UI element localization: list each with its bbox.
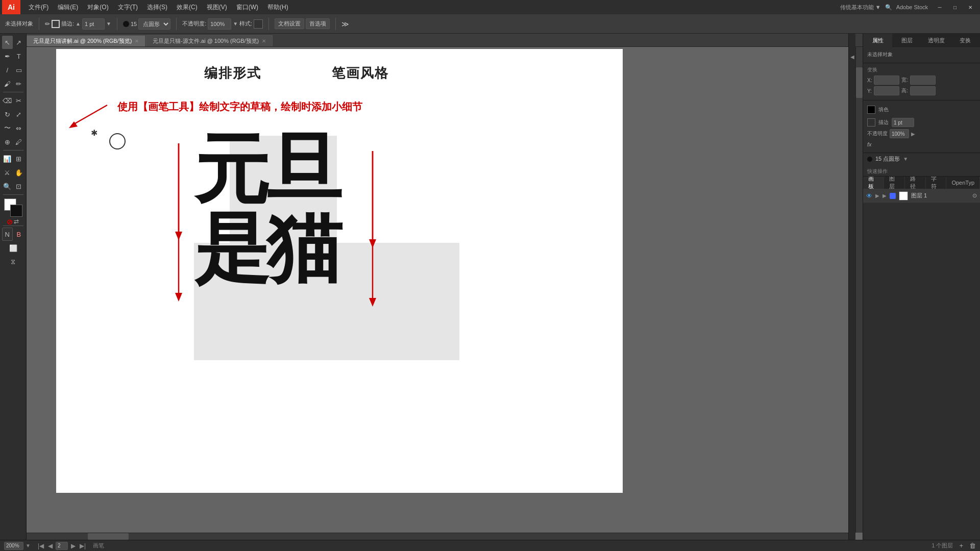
select-tool-button[interactable]: ↖ — [2, 36, 13, 49]
pen-tool-button[interactable]: ✒ — [2, 49, 13, 63]
rp-stroke-width-input[interactable] — [892, 118, 914, 127]
line-tool-button[interactable]: / — [2, 63, 13, 77]
layer-name-text[interactable]: 图层 1 — [911, 192, 969, 199]
horizontal-scrollbar[interactable] — [27, 533, 855, 540]
scale-tool-button[interactable]: ⤢ — [13, 108, 24, 121]
scissors-tool-button[interactable]: ✂ — [13, 94, 24, 107]
rp-h-input[interactable] — [910, 86, 936, 95]
stroke-width-input[interactable] — [82, 18, 105, 30]
mesh-tool-button[interactable]: ⊞ — [13, 152, 24, 165]
horizontal-scroll-thumb[interactable] — [88, 533, 129, 540]
layer-expand-icon[interactable]: ▶ — [875, 193, 879, 198]
menu-text[interactable]: 文字(T) — [114, 1, 142, 14]
br-tab-layers[interactable]: 图层 — [884, 177, 905, 189]
width-tool-button[interactable]: ⇔ — [13, 121, 24, 135]
layer-expand-icon2[interactable]: ▶ — [883, 193, 887, 198]
rp-tab-properties[interactable]: 属性 — [863, 34, 892, 48]
menu-view[interactable]: 视图(V) — [203, 1, 231, 14]
status-add-layer-icon[interactable]: + — [959, 542, 963, 549]
opacity-input[interactable] — [208, 18, 231, 30]
doc-tab-1-close[interactable]: ✕ — [135, 38, 139, 44]
nav-prev-button[interactable]: ◀ — [47, 542, 54, 549]
status-delete-layer-icon[interactable]: 🗑 — [969, 542, 976, 549]
text-tool-button[interactable]: T — [13, 49, 24, 63]
zoom-tool-button[interactable]: 🔍 — [2, 180, 13, 193]
hand-tool-button[interactable]: ✋ — [13, 166, 24, 179]
doc-settings-button[interactable]: 文档设置 — [275, 18, 304, 29]
vertical-scrollbar[interactable] — [855, 47, 863, 533]
crop-tool-button[interactable]: ⊡ — [13, 180, 24, 193]
stroke-color-box[interactable] — [867, 118, 875, 127]
pencil-tool-button[interactable]: ✏ — [13, 77, 24, 90]
status-nav-group: |◀ ◀ ▶ ▶| — [37, 542, 87, 550]
collapse-icon-1[interactable]: ◀ — [850, 54, 854, 60]
brush-dropdown-icon[interactable]: ▼ — [903, 156, 908, 162]
rp-tab-transparency[interactable]: 透明度 — [922, 34, 951, 48]
rp-w-input[interactable] — [910, 76, 936, 85]
rp-tab-transform[interactable]: 变换 — [951, 34, 980, 48]
stroke-swatch[interactable] — [10, 205, 22, 217]
vertical-scroll-thumb[interactable] — [856, 67, 863, 98]
app-logo: Ai — [2, 0, 20, 14]
layer-visibility-icon[interactable]: 👁 — [866, 192, 872, 199]
br-tab-board[interactable]: 画板 — [863, 177, 884, 189]
stroke-size-arrow-dn[interactable]: ▼ — [106, 21, 111, 27]
menu-effects[interactable]: 效果(C) — [173, 1, 202, 14]
search-icon[interactable]: 🔍 — [885, 4, 892, 11]
brush-type-select[interactable]: 点圆形 — [138, 18, 170, 30]
fill-color-box[interactable] — [867, 106, 875, 114]
rp-selection-label-row: 未选择对象 — [867, 51, 976, 58]
menu-help[interactable]: 帮助(H) — [263, 1, 292, 14]
extra-icon[interactable]: ≫ — [341, 20, 349, 28]
tool-pair-eraser: ⌫ ✂ — [2, 94, 24, 107]
eyedrop-tool-button[interactable]: 🖊 — [13, 135, 24, 148]
first-choice-button[interactable]: 首选项 — [306, 18, 330, 29]
br-tab-char[interactable]: 字符 — [926, 177, 947, 189]
swap-colors-button[interactable]: ⇄ — [14, 218, 20, 224]
stroke-size-arrow-up[interactable]: ▲ — [76, 21, 81, 27]
menu-file[interactable]: 文件(F) — [24, 1, 53, 14]
menu-object[interactable]: 对象(O) — [83, 1, 112, 14]
doc-tab-2-close[interactable]: ✕ — [262, 38, 266, 44]
paint-tool-button[interactable]: 🖌 — [2, 77, 13, 90]
status-zoom-input[interactable] — [4, 542, 23, 550]
rotate-tool-button[interactable]: ↻ — [2, 108, 13, 121]
tool-pair-blend: ⊕ 🖊 — [2, 135, 24, 148]
rp-x-input[interactable] — [874, 76, 899, 85]
br-tab-opentype[interactable]: OpenTyp — [946, 177, 980, 189]
rp-tab-layers[interactable]: 图层 — [892, 34, 921, 48]
none-button[interactable]: ⊘ — [7, 218, 13, 224]
br-tab-path[interactable]: 路径 — [905, 177, 926, 189]
maximize-button[interactable]: □ — [947, 0, 963, 14]
zoom-dropdown-icon[interactable]: ▼ — [26, 543, 31, 548]
draw-behind-button[interactable]: B — [13, 228, 24, 241]
nav-end-button[interactable]: ▶| — [79, 542, 87, 549]
page-number-input[interactable] — [56, 542, 68, 550]
normal-mode-button[interactable]: N — [2, 228, 13, 241]
rp-y-input[interactable] — [874, 86, 899, 95]
warp-tool-button[interactable]: 〜 — [2, 121, 13, 135]
menu-select[interactable]: 选择(S) — [143, 1, 172, 14]
rp-opacity-input[interactable] — [890, 129, 909, 138]
layer-options-icon[interactable]: ⊙ — [972, 192, 977, 199]
menu-window[interactable]: 窗口(W) — [232, 1, 262, 14]
minimize-button[interactable]: ─ — [932, 0, 947, 14]
direct-select-tool-button[interactable]: ↗ — [13, 36, 24, 49]
graph-tool-button[interactable]: 📊 — [2, 152, 13, 165]
perspective-button[interactable]: ⧖ — [2, 255, 24, 268]
doc-tab-2[interactable]: 元旦是只猫-源文件.ai @ 100% (RGB/预览) ✕ — [146, 35, 273, 46]
full-screen-button[interactable]: ⬜ — [2, 241, 24, 255]
eraser-tool-button[interactable]: ⌫ — [2, 94, 13, 107]
opacity-dropdown-icon[interactable]: ▼ — [233, 21, 238, 27]
nav-next-button[interactable]: ▶ — [70, 542, 77, 549]
blend-tool-button[interactable]: ⊕ — [2, 135, 13, 148]
close-button[interactable]: ✕ — [963, 0, 978, 14]
menu-edit[interactable]: 编辑(E) — [54, 1, 82, 14]
knife-tool-button[interactable]: ⚔ — [2, 166, 13, 179]
brush-cursor-dot: ✱ — [91, 128, 97, 138]
color-swatch-main[interactable] — [4, 198, 22, 217]
rect-tool-button[interactable]: ▭ — [13, 63, 24, 77]
nav-start-button[interactable]: |◀ — [37, 542, 45, 549]
doc-tab-1[interactable]: 元旦是只猫讲解.ai @ 200% (RGB/预览) ✕ — [27, 35, 145, 46]
rp-opacity-expand[interactable]: ▶ — [911, 131, 915, 137]
